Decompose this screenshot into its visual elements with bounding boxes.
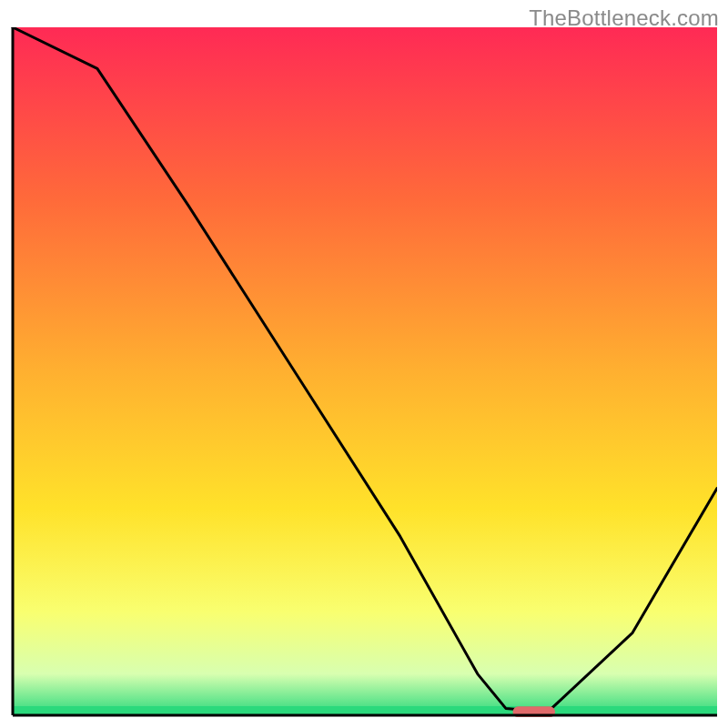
watermark-label: TheBottleneck.com <box>529 5 719 31</box>
plot-area <box>11 27 717 717</box>
chart-container: TheBottleneck.com <box>0 0 728 728</box>
chart-svg <box>11 27 717 717</box>
gradient-background <box>13 27 717 715</box>
